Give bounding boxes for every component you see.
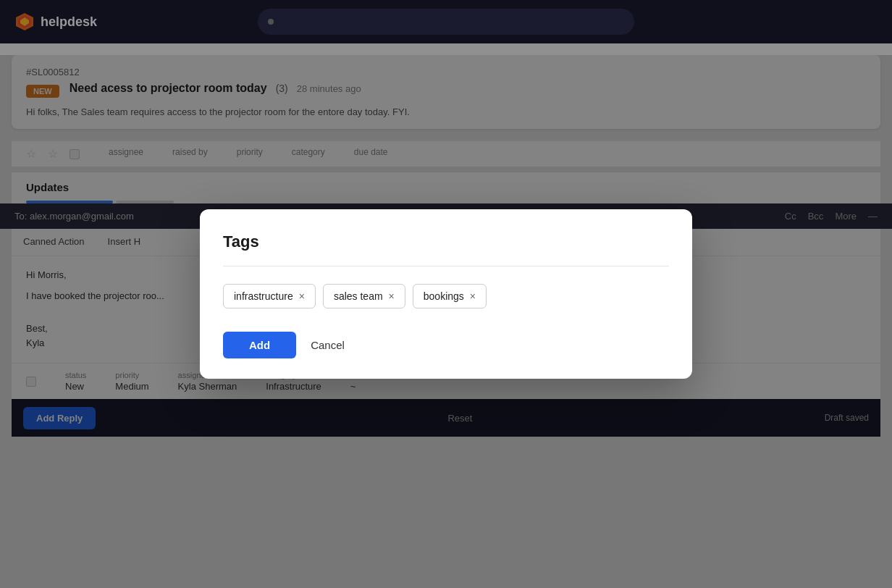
modal-actions: Add Cancel	[223, 332, 669, 358]
tag-remove-bookings[interactable]: ×	[470, 291, 476, 301]
tag-chip-bookings: bookings ×	[413, 284, 487, 308]
tags-container: infrastructure × sales team × bookings ×	[223, 284, 669, 308]
tag-label-infrastructure: infrastructure	[234, 290, 293, 302]
tag-remove-infrastructure[interactable]: ×	[299, 291, 305, 301]
add-button[interactable]: Add	[223, 332, 296, 358]
modal-overlay: Tags infrastructure × sales team × booki…	[0, 0, 892, 588]
tag-chip-sales-team: sales team ×	[323, 284, 405, 308]
tag-remove-sales-team[interactable]: ×	[389, 291, 395, 301]
cancel-button[interactable]: Cancel	[311, 339, 345, 351]
modal-divider	[223, 266, 669, 266]
tag-label-sales-team: sales team	[334, 290, 383, 302]
tag-chip-infrastructure: infrastructure ×	[223, 284, 316, 308]
tag-label-bookings: bookings	[424, 290, 464, 302]
tags-modal: Tags infrastructure × sales team × booki…	[200, 209, 692, 379]
modal-title: Tags	[223, 232, 669, 251]
